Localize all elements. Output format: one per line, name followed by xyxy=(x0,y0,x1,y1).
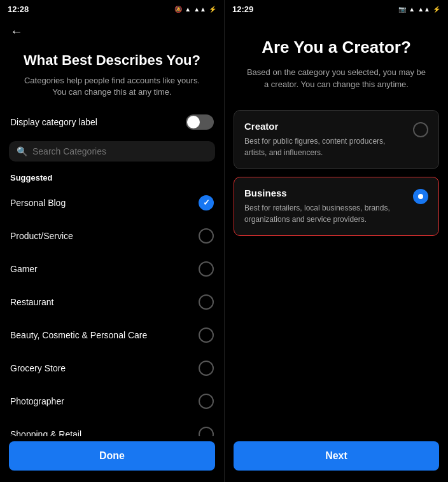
category-name: Grocery Store xyxy=(10,363,66,373)
category-radio[interactable] xyxy=(199,327,214,343)
category-item-personal-blog[interactable]: Personal Blog xyxy=(0,186,224,219)
category-item-beauty[interactable]: Beauty, Cosmetic & Personal Care xyxy=(0,319,224,352)
creator-option-desc: Best for public figures, content produce… xyxy=(244,135,405,158)
status-bar-1: 12:28 🔕 ▲ ▲▲ ⚡ xyxy=(0,0,224,18)
category-name: Restaurant xyxy=(10,297,53,307)
spacer xyxy=(225,240,448,436)
toggle-label: Display category label xyxy=(10,117,97,127)
category-radio[interactable] xyxy=(199,394,214,409)
toggle-row: Display category label xyxy=(0,108,224,136)
panel-2: 12:29 📷 ▲ ▲▲ ⚡ Are You a Creator? Based … xyxy=(224,0,448,482)
category-name: Shopping & Retail xyxy=(10,429,81,436)
business-radio[interactable] xyxy=(413,189,428,204)
category-radio[interactable] xyxy=(199,195,214,210)
instagram-icon: 📷 xyxy=(398,6,406,13)
screen1-title: What Best Describes You? xyxy=(0,45,224,75)
battery-icon: ⚡ xyxy=(433,6,440,13)
screen1-subtitle: Categories help people find accounts lik… xyxy=(0,75,224,108)
panel-1: 12:28 🔕 ▲ ▲▲ ⚡ ← What Best Describes You… xyxy=(0,0,224,482)
business-option-desc: Best for retailers, local businesses, br… xyxy=(244,202,405,225)
signal-icon: ▲▲ xyxy=(193,6,206,13)
category-name: Personal Blog xyxy=(10,198,66,208)
status-icons-1: 🔕 ▲ ▲▲ ⚡ xyxy=(174,6,216,13)
display-category-toggle[interactable] xyxy=(186,114,214,130)
next-button[interactable]: Next xyxy=(234,441,439,471)
battery-icon: ⚡ xyxy=(209,6,216,13)
screen2-subtitle: Based on the category you selected, you … xyxy=(225,66,448,106)
creator-option-text: Creator Best for public figures, content… xyxy=(244,121,405,158)
category-name: Beauty, Cosmetic & Personal Care xyxy=(10,330,147,340)
wifi-icon: ▲ xyxy=(409,6,415,13)
category-item-gamer[interactable]: Gamer xyxy=(0,252,224,286)
category-item-product-service[interactable]: Product/Service xyxy=(0,219,224,252)
creator-radio[interactable] xyxy=(413,122,428,137)
category-radio[interactable] xyxy=(199,228,214,244)
back-button[interactable]: ← xyxy=(0,18,224,45)
category-radio[interactable] xyxy=(199,261,214,277)
category-radio[interactable] xyxy=(199,427,214,436)
search-input[interactable] xyxy=(32,146,207,156)
bottom-padding-2 xyxy=(225,476,448,482)
signal-icon: ▲▲ xyxy=(417,6,430,13)
category-name: Product/Service xyxy=(10,231,73,241)
business-option-title: Business xyxy=(244,188,405,198)
status-time-1: 12:28 xyxy=(8,4,29,14)
search-icon: 🔍 xyxy=(17,146,27,156)
search-bar[interactable]: 🔍 xyxy=(9,141,215,162)
wifi-icon: ▲ xyxy=(185,6,191,13)
category-item-grocery[interactable]: Grocery Store xyxy=(0,352,224,385)
status-time-2: 12:29 xyxy=(232,4,253,14)
screen1: ← What Best Describes You? Categories he… xyxy=(0,18,224,482)
status-bar-2: 12:29 📷 ▲ ▲▲ ⚡ xyxy=(225,0,448,18)
category-item-photographer[interactable]: Photographer xyxy=(0,385,224,418)
mute-icon: 🔕 xyxy=(174,6,182,13)
business-option-text: Business Best for retailers, local busin… xyxy=(244,188,405,225)
creator-option-title: Creator xyxy=(244,121,405,132)
category-name: Photographer xyxy=(10,396,64,406)
category-name: Gamer xyxy=(10,264,38,274)
section-label: Suggested xyxy=(0,167,224,186)
category-radio[interactable] xyxy=(199,361,214,376)
category-radio[interactable] xyxy=(199,294,214,310)
done-button[interactable]: Done xyxy=(9,441,215,471)
status-icons-2: 📷 ▲ ▲▲ ⚡ xyxy=(398,6,440,13)
creator-option-card[interactable]: Creator Best for public figures, content… xyxy=(234,110,439,169)
screen2: Are You a Creator? Based on the category… xyxy=(225,18,448,482)
business-option-card[interactable]: Business Best for retailers, local busin… xyxy=(234,177,439,236)
screen2-title: Are You a Creator? xyxy=(225,18,448,66)
bottom-padding-1 xyxy=(0,476,224,482)
category-item-restaurant[interactable]: Restaurant xyxy=(0,286,224,319)
category-list: Personal Blog Product/Service Gamer Rest… xyxy=(0,186,224,436)
category-item-shopping[interactable]: Shopping & Retail xyxy=(0,418,224,436)
